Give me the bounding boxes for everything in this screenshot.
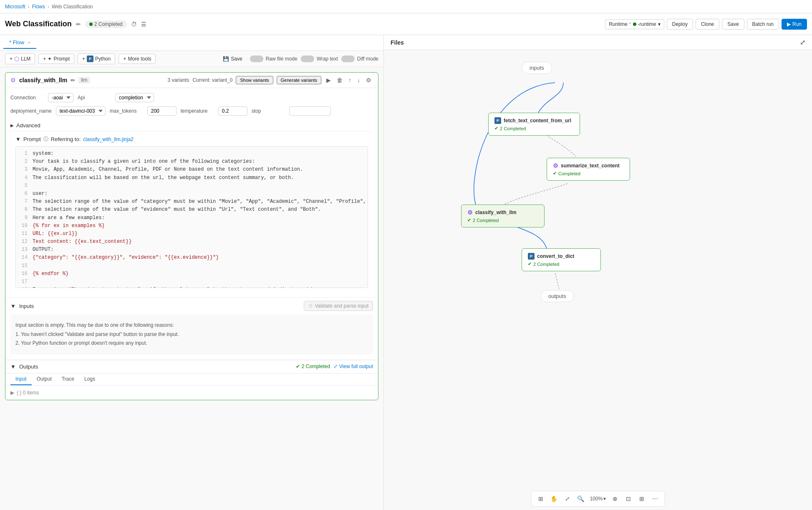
save-toolbar-button[interactable]: 💾 Save [219, 54, 246, 63]
summarize-llm-icon: ⚙ [553, 162, 558, 169]
flow-canvas[interactable]: inputs P fetch_text_content_from_url ✔ 2… [384, 50, 812, 493]
code-line: 16{% endfor %} [19, 270, 364, 278]
tab-output[interactable]: Output [32, 374, 57, 385]
add-llm-icon: + [10, 56, 13, 62]
inputs-header[interactable]: ▼ Inputs ⚙ Validate and parse input [5, 298, 378, 314]
wrap-text-switch[interactable] [301, 56, 314, 62]
max-tokens-input[interactable] [147, 106, 177, 116]
tab-logs[interactable]: Logs [79, 374, 100, 385]
prompt-file-link[interactable]: classify_with_llm.jinja2 [83, 136, 134, 142]
history-icon[interactable]: ⏱ [131, 21, 137, 28]
breadcrumb-sep1: › [28, 4, 30, 10]
canvas-zoom-in-button[interactable]: ⊕ [609, 493, 621, 505]
canvas-zoom-out-button[interactable]: 🔍 [575, 493, 587, 505]
canvas-expand-button[interactable]: ⤢ [562, 493, 573, 505]
outputs-check-icon: ✔ [296, 364, 300, 369]
node-area: ⚙ classify_with_llm ✏ llm 3 variants Cur… [0, 67, 383, 510]
code-line: 10{% for ex in examples %} [19, 222, 364, 230]
canvas-more-button[interactable]: ⋯ [649, 493, 661, 505]
save-label: Save [231, 56, 242, 62]
diff-mode-toggle[interactable]: Diff mode [341, 56, 378, 62]
files-expand-icon[interactable]: ⤢ [800, 38, 805, 46]
expand-icon: ⤢ [333, 364, 338, 369]
current-variant-text: Current: variant_0 [192, 77, 232, 83]
canvas-node-outputs[interactable]: outputs [540, 290, 574, 302]
code-line: 6user: [19, 190, 364, 198]
canvas-node-summarize[interactable]: ⚙ summarize_text_content ✔ Completed [547, 158, 630, 181]
tab-close-icon[interactable]: × [28, 40, 30, 45]
summarize-check-icon: ✔ [553, 171, 557, 176]
zoom-chevron-icon: ▾ [603, 496, 606, 502]
canvas-node-summarize-status: ✔ Completed [553, 171, 624, 176]
prompt-info-icon[interactable]: ⓘ [43, 136, 48, 143]
breadcrumb-flows[interactable]: Flows [32, 4, 45, 10]
code-editor[interactable]: 1system:2Your task is to classify a give… [15, 146, 368, 288]
canvas-pan-button[interactable]: ✋ [548, 493, 560, 505]
node-meta: 3 variants Current: variant_0 Show varia… [167, 76, 321, 84]
raw-file-mode-switch[interactable] [250, 56, 263, 62]
canvas-grid-button[interactable]: ⊞ [636, 493, 648, 505]
generate-variants-button[interactable]: Generate variants [277, 76, 321, 84]
edit-node-icon[interactable]: ✏ [71, 77, 75, 83]
add-llm-button[interactable]: + ⬡ LLM [5, 53, 35, 64]
move-up-icon[interactable]: ↑ [347, 76, 353, 84]
fetch-check-icon: ✔ [494, 126, 498, 131]
canvas-node-inputs[interactable]: inputs [522, 62, 552, 74]
list-icon[interactable]: ☰ [141, 21, 146, 28]
breadcrumb-microsoft[interactable]: Microsoft [5, 4, 25, 10]
diff-mode-switch[interactable] [341, 56, 355, 62]
raw-file-mode-toggle[interactable]: Raw file mode [250, 56, 298, 62]
classify-status-label: 2 Completed [473, 218, 499, 223]
connection-select[interactable]: -aoai [48, 93, 73, 102]
clone-button[interactable]: Clone [696, 19, 719, 30]
more-tools-button[interactable]: + More tools [119, 54, 156, 64]
classify-title-label: classify_with_llm [475, 210, 517, 215]
temperature-label: temperature [181, 108, 214, 114]
save-button[interactable]: Save [722, 19, 744, 30]
play-icon[interactable]: ▶ [325, 76, 333, 84]
move-down-icon[interactable]: ↓ [356, 76, 362, 84]
node-file-tag: llm [78, 77, 90, 83]
add-prompt-button[interactable]: + ✦ Prompt [38, 54, 74, 64]
prompt-chevron-icon[interactable]: ▼ [15, 136, 21, 142]
tab-flow-label: * Flow [9, 39, 24, 45]
validate-parse-button[interactable]: ⚙ Validate and parse input [304, 301, 373, 311]
delete-icon[interactable]: 🗑 [335, 76, 344, 84]
node-header: ⚙ classify_with_llm ✏ llm 3 variants Cur… [5, 73, 378, 88]
outputs-header-left[interactable]: ▼ Outputs [10, 364, 38, 370]
stop-input[interactable] [289, 106, 331, 116]
page-title: Web Classification [5, 20, 72, 28]
tab-flow[interactable]: * Flow × [3, 37, 36, 49]
prompt-referring-label: Referring to: [51, 136, 81, 142]
canvas-collapse-button[interactable]: ⊡ [623, 493, 634, 505]
deploy-button[interactable]: Deploy [667, 19, 693, 30]
fetch-status-label: 2 Completed [500, 126, 526, 131]
run-icon: ▶ [787, 21, 791, 27]
edit-icon[interactable]: ✏ [76, 21, 81, 28]
add-prompt-label: Prompt [53, 56, 70, 62]
api-select[interactable]: completion [115, 93, 154, 102]
temperature-input[interactable] [218, 106, 247, 116]
advanced-section[interactable]: ▶ Advanced [10, 120, 373, 131]
wrap-text-toggle[interactable]: Wrap text [301, 56, 338, 62]
run-label: Run [792, 21, 802, 27]
code-line: 13OUTPUT: [19, 246, 364, 254]
runtime-selector[interactable]: Runtime * -runtime ▾ [605, 19, 664, 29]
code-line: 1system: [19, 150, 364, 158]
view-full-output-button[interactable]: ⤢ View full output [333, 364, 373, 369]
add-python-button[interactable]: + P Python [78, 53, 115, 64]
canvas-fit-button[interactable]: ⊞ [535, 493, 547, 505]
batch-run-button[interactable]: Batch run [747, 19, 779, 30]
view-output-label: View full output [339, 364, 373, 369]
add-python-icon: + [82, 56, 85, 62]
run-button[interactable]: ▶ Run [782, 19, 807, 30]
tab-trace[interactable]: Trace [57, 374, 79, 385]
canvas-node-convert[interactable]: P convert_to_dict ✔ 2 Completed [522, 248, 601, 271]
zoom-display: 100% ▾ [588, 496, 608, 502]
show-variants-button[interactable]: Show variants [236, 76, 273, 84]
canvas-node-fetch[interactable]: P fetch_text_content_from_url ✔ 2 Comple… [488, 113, 580, 136]
deployment-select[interactable]: text-davinci-003 [56, 106, 106, 116]
canvas-node-classify[interactable]: ⚙ classify_with_llm ✔ 2 Completed [461, 205, 545, 227]
settings-icon[interactable]: ⚙ [364, 76, 373, 84]
tab-input[interactable]: Input [10, 374, 32, 385]
